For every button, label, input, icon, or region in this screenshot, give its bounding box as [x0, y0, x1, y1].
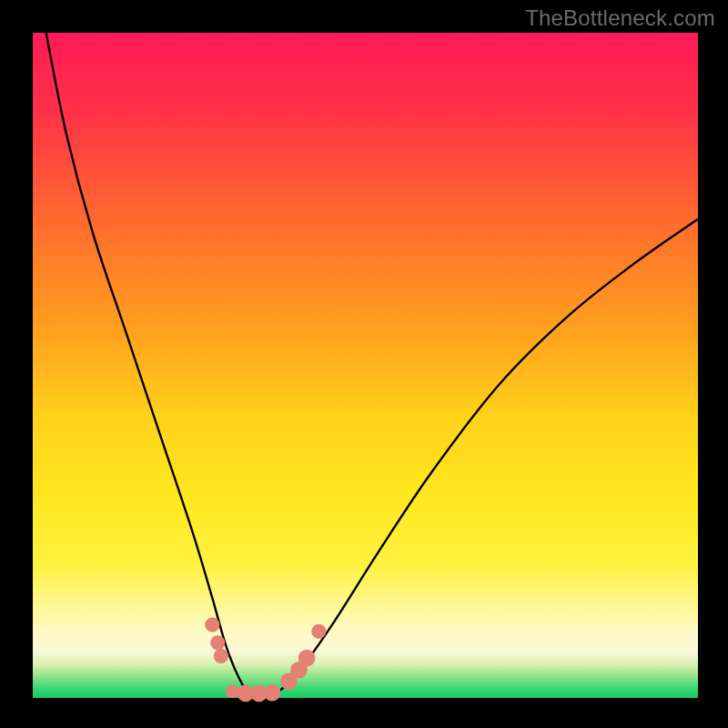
chart-stage: TheBottleneck.com [0, 0, 728, 728]
curve-marker [298, 650, 316, 667]
curve-marker [214, 649, 228, 663]
curve-marker [226, 684, 239, 698]
curve-marker [264, 684, 281, 702]
curve-marker [311, 624, 326, 639]
curve-marker [205, 618, 219, 632]
curve-marker [210, 635, 225, 650]
gradient-panel [33, 33, 698, 698]
bottleneck-plot [0, 0, 728, 728]
